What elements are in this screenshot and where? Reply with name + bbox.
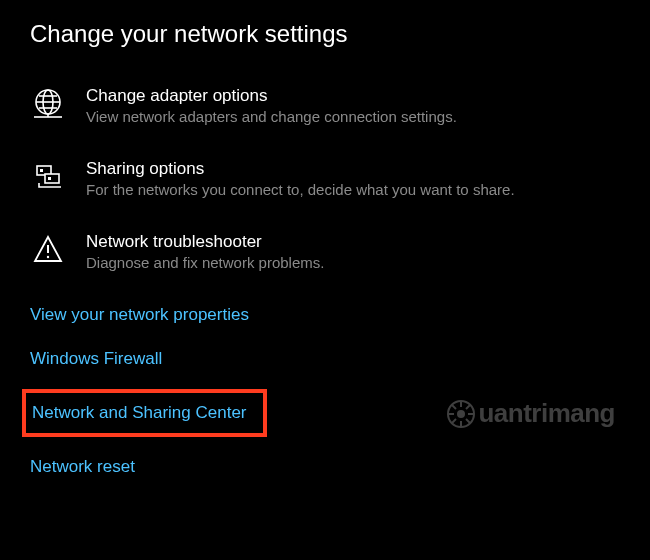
svg-point-12 — [47, 256, 49, 258]
option-title: Change adapter options — [86, 86, 457, 106]
watermark: uantrimang — [446, 398, 615, 429]
network-troubleshooter[interactable]: Network troubleshooter Diagnose and fix … — [30, 232, 620, 271]
sharing-icon — [30, 159, 66, 195]
svg-rect-10 — [48, 177, 51, 180]
warning-icon — [30, 232, 66, 268]
svg-point-14 — [457, 410, 465, 418]
option-title: Sharing options — [86, 159, 515, 179]
globe-icon — [30, 86, 66, 122]
svg-rect-8 — [45, 174, 59, 183]
view-network-properties-link[interactable]: View your network properties — [30, 305, 249, 325]
option-desc: View network adapters and change connect… — [86, 108, 457, 125]
svg-line-19 — [452, 405, 456, 409]
option-desc: Diagnose and fix network problems. — [86, 254, 324, 271]
option-desc: For the networks you connect to, decide … — [86, 181, 515, 198]
section-heading: Change your network settings — [30, 20, 620, 48]
change-adapter-options[interactable]: Change adapter options View network adap… — [30, 86, 620, 125]
svg-rect-9 — [40, 169, 43, 172]
option-title: Network troubleshooter — [86, 232, 324, 252]
network-sharing-center-link[interactable]: Network and Sharing Center — [22, 389, 267, 437]
svg-point-13 — [448, 401, 474, 427]
network-reset-link[interactable]: Network reset — [30, 457, 135, 477]
sharing-options[interactable]: Sharing options For the networks you con… — [30, 159, 620, 198]
svg-line-21 — [466, 405, 470, 409]
svg-line-20 — [466, 419, 470, 423]
watermark-text: uantrimang — [478, 398, 615, 429]
svg-line-22 — [452, 419, 456, 423]
windows-firewall-link[interactable]: Windows Firewall — [30, 349, 162, 369]
